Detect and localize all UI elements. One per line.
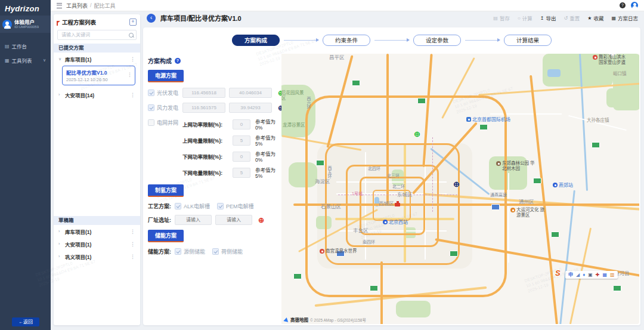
group-label: 库车项目(1) bbox=[65, 228, 91, 235]
pem-label: PEM电解槽 bbox=[226, 202, 254, 210]
favorite-button[interactable]: ★ 收藏 bbox=[587, 14, 603, 21]
pem-checkbox[interactable] bbox=[217, 203, 224, 209]
step-plan-composition[interactable]: 方案构成 bbox=[232, 35, 280, 46]
map-canvas[interactable]: 北京首都国际机场 舞彩浅山滨水 国家登山步道 峪口镇 大孙各庄镇 东郊森林公园 … bbox=[281, 54, 639, 324]
amap-copyright: © 2025 AMap - GS(2024)1158号 bbox=[310, 317, 366, 323]
layers-icon[interactable]: ▣ bbox=[588, 271, 593, 279]
menu-icon[interactable] bbox=[57, 3, 62, 8]
back-button[interactable]: ‹ bbox=[147, 14, 156, 23]
grid-row-input[interactable] bbox=[233, 119, 250, 129]
app-root: Hydrizon 体验用户 ID:UMP000059 ▤ 工作台 ▦ 工具列表 … bbox=[0, 0, 644, 330]
pv-site-marker[interactable]: ⊕ bbox=[414, 130, 420, 138]
breadcrumb-section[interactable]: 工具列表 bbox=[66, 2, 88, 10]
more-icon[interactable]: ⋮ bbox=[130, 254, 135, 260]
source-storage-option: 源侧储能 bbox=[175, 248, 205, 255]
selected-plan-card[interactable]: 配比寻优方案V1.0 2025-12-12 10:26:50 ⋮ bbox=[62, 66, 135, 85]
calculate-button[interactable]: ○ 计算 bbox=[518, 14, 532, 21]
wind-checkbox-wrap: 风力发电 bbox=[148, 104, 182, 112]
map-shape-park bbox=[396, 301, 431, 317]
help-icon[interactable]: ? bbox=[620, 2, 626, 8]
wind-lat-input[interactable] bbox=[229, 103, 272, 113]
grid-connection-block: 电网并网 上网功率限制(%): 参考值为0% 上网电量限制(%): 参考值为5% bbox=[148, 118, 280, 182]
more-icon[interactable]: ⋮ bbox=[130, 241, 135, 247]
account-avatar[interactable] bbox=[631, 2, 638, 9]
project-group-kuche[interactable]: ∨ 库车项目(1) ⋮ bbox=[54, 53, 140, 65]
user-avatar-icon bbox=[2, 20, 12, 29]
map-label-dongcheng: 东城区 bbox=[397, 192, 413, 198]
draft-group-daan[interactable]: › 大安项目(1) ⋮ bbox=[54, 238, 140, 250]
grid-checkbox[interactable] bbox=[148, 119, 154, 126]
map-label-haidian: 海淀区 bbox=[315, 179, 330, 185]
source-storage-checkbox[interactable] bbox=[175, 248, 181, 255]
step-parameters[interactable]: 设定参数 bbox=[413, 35, 461, 46]
load-storage-option: 荷侧储能 bbox=[212, 248, 243, 255]
help-icon[interactable]: ? bbox=[175, 58, 181, 64]
action-label: 方案日志 bbox=[618, 14, 638, 21]
header-actions: ▤ 暂存 ○ 计算 ↥ 导出 ↺ 重置 ★ 收藏 ▦ 方案日志 bbox=[493, 14, 638, 21]
draft-group-kuche[interactable]: › 库车项目(1) ⋮ bbox=[54, 225, 140, 238]
user-meta: 体验用户 ID:UMP000059 bbox=[14, 19, 39, 29]
step-constraints[interactable]: 约束条件 bbox=[323, 35, 370, 46]
more-icon[interactable]: ⋮ bbox=[130, 229, 135, 235]
pem-option: PEM电解槽 bbox=[217, 202, 254, 210]
plan-log-button[interactable]: ▦ 方案日志 bbox=[611, 14, 638, 21]
wind-checkbox[interactable] bbox=[148, 104, 154, 111]
project-group-daan[interactable]: › 大安项目(14) ⋮ bbox=[54, 88, 140, 101]
step-results[interactable]: 计算结果 bbox=[504, 35, 552, 46]
chevron-icon: › bbox=[58, 229, 63, 233]
grid-row-input[interactable] bbox=[233, 152, 250, 162]
add-plan-button[interactable]: + bbox=[129, 18, 137, 26]
plan-panel-header: 工程方案列表 + bbox=[54, 14, 140, 29]
chevron-icon: › bbox=[58, 92, 63, 97]
streetview-control[interactable]: S bbox=[555, 269, 561, 277]
more-icon[interactable]: ⋮ bbox=[127, 72, 132, 78]
user-block[interactable]: 体验用户 ID:UMP000059 bbox=[0, 16, 51, 33]
form-title: 方案构成 bbox=[148, 56, 172, 65]
alk-checkbox[interactable] bbox=[175, 203, 181, 209]
pv-checkbox[interactable] bbox=[148, 90, 154, 96]
process-label: 工艺方案: bbox=[148, 202, 171, 210]
map-shape-shield bbox=[352, 80, 360, 86]
reset-button[interactable]: ↺ 重置 bbox=[564, 14, 580, 21]
plan-search-input[interactable] bbox=[60, 32, 129, 38]
export-button[interactable]: ↥ 导出 bbox=[540, 14, 556, 21]
site-locate-icon[interactable]: ⊕ bbox=[258, 217, 264, 224]
more-icon[interactable]: ⋮ bbox=[130, 56, 135, 62]
wind-site-marker[interactable]: ⊕ bbox=[453, 180, 460, 188]
pv-lat-input[interactable] bbox=[229, 88, 272, 98]
map-label-longtan: 龙潭谷景区 bbox=[283, 123, 305, 128]
map-label-yanjiao: 燕郊站 bbox=[553, 183, 573, 188]
hydrogen-plan-button[interactable]: 制氢方案 bbox=[148, 184, 184, 197]
left-rail: Hydrizon 体验用户 ID:UMP000059 ▤ 工作台 ▦ 工具列表 … bbox=[0, 0, 51, 330]
grid-row-label: 上网功率限制(%): bbox=[182, 121, 233, 128]
site-lat-input[interactable] bbox=[215, 215, 252, 225]
compass-icon[interactable]: ◢ bbox=[576, 271, 580, 279]
storage-plan-button[interactable]: 储能方案 bbox=[148, 230, 184, 242]
locate-icon[interactable]: ♦ bbox=[583, 271, 585, 279]
map-shape-water bbox=[559, 190, 575, 324]
ruler-icon[interactable]: ✚ bbox=[596, 271, 600, 279]
grid-row-hint: 参考值为5% bbox=[255, 134, 280, 147]
load-storage-checkbox[interactable] bbox=[212, 248, 219, 255]
rail-item-tools[interactable]: ▦ 工具列表 ∨ bbox=[0, 53, 51, 67]
action-label: 计算 bbox=[522, 14, 532, 21]
rail-item-workbench[interactable]: ▤ 工作台 bbox=[0, 39, 51, 53]
wind-lng-input[interactable] bbox=[182, 103, 225, 113]
save-draft-button[interactable]: ▤ 暂存 bbox=[493, 14, 510, 21]
group-label: 巩义项目(1) bbox=[65, 253, 91, 260]
language-toggle[interactable]: 中 bbox=[568, 271, 573, 279]
search-icon bbox=[129, 33, 134, 38]
power-plan-button[interactable]: 电源方案 bbox=[148, 70, 184, 82]
draft-group-gongyi[interactable]: › 巩义项目(1) ⋮ bbox=[54, 250, 140, 263]
grid-row-input[interactable] bbox=[233, 168, 250, 178]
more-icon[interactable]: ⋮ bbox=[130, 92, 135, 98]
pv-lng-input[interactable] bbox=[182, 88, 225, 98]
overview-icon[interactable]: ▦ bbox=[603, 271, 608, 279]
rail-menu: ▤ 工作台 ▦ 工具列表 ∨ bbox=[0, 39, 51, 67]
plan-search[interactable] bbox=[57, 30, 137, 40]
return-button[interactable]: ←返回 bbox=[12, 317, 39, 326]
grid-row-input[interactable] bbox=[233, 135, 250, 146]
log-icon: ▦ bbox=[611, 16, 616, 21]
traffic-icon[interactable]: ▥ bbox=[610, 271, 615, 279]
site-lng-input[interactable] bbox=[175, 215, 212, 225]
